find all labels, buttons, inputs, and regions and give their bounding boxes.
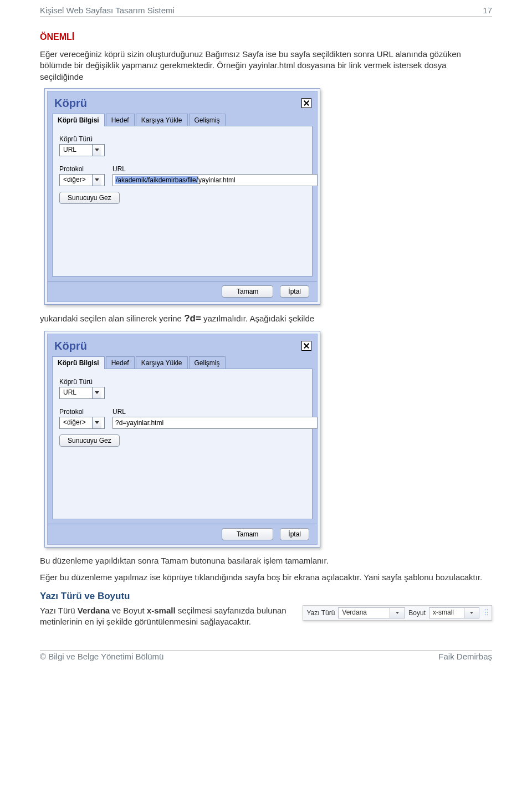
tab-kopru-bilgisi[interactable]: Köprü Bilgisi <box>52 114 105 126</box>
chevron-down-icon[interactable] <box>390 608 405 618</box>
chevron-down-icon[interactable] <box>464 608 479 618</box>
page-footer: © Bilgi ve Belge Yönetimi Bölümü Faik De… <box>40 650 492 661</box>
tab-hedef[interactable]: Hedef <box>106 114 135 126</box>
font-value: Verdana <box>339 608 390 618</box>
mid-text-post: yazılmalıdır. Aşağıdaki şekilde <box>203 314 314 323</box>
browse-server-button[interactable]: Sunucuyu Gez <box>59 434 120 447</box>
kopru-turu-label: Köprü Türü <box>59 378 305 386</box>
hyperlink-dialog-1: Köprü Köprü Bilgisi Hedef Karşıya Yükle … <box>44 88 320 305</box>
kopru-turu-label: Köprü Türü <box>59 135 305 143</box>
url-input[interactable]: ?d=yayinlar.html <box>112 417 318 429</box>
drag-handle-icon <box>485 608 488 617</box>
page-number: 17 <box>483 6 492 15</box>
kopru-turu-select[interactable]: URL <box>59 387 105 399</box>
protokol-select[interactable]: <diğer> <box>59 174 105 186</box>
font-xsmall: x-small <box>147 606 176 615</box>
protokol-label: Protokol <box>59 165 105 173</box>
close-icon[interactable] <box>301 98 311 108</box>
kopru-turu-value: URL <box>60 387 92 398</box>
size-label: Boyut <box>408 609 426 617</box>
footer-left: © Bilgi ve Belge Yönetimi Bölümü <box>40 652 163 661</box>
protokol-label: Protokol <box>59 408 105 416</box>
chevron-down-icon[interactable] <box>92 417 101 428</box>
tab-gelismis[interactable]: Gelişmiş <box>189 114 226 126</box>
protokol-value: <diğer> <box>60 417 92 428</box>
browse-server-button[interactable]: Sunucuyu Gez <box>59 192 120 204</box>
font-para-mid: ve Boyut <box>110 606 147 615</box>
warning-paragraph: Eğer bu düzenleme yapılmaz ise köprüye t… <box>40 572 492 583</box>
ok-button[interactable]: Tamam <box>222 285 273 298</box>
footer-right: Faik Demirbaş <box>438 652 492 661</box>
dialog-title-text: Köprü <box>54 97 87 110</box>
after-dialog2-paragraph: Bu düzenleme yapıldıktan sonra Tamam but… <box>40 555 492 566</box>
header-title: Kişisel Web Sayfası Tasarım Sistemi <box>40 6 175 15</box>
dialog-title-text: Köprü <box>54 340 87 352</box>
font-label: Yazı Türü <box>306 609 335 617</box>
tab-gelismis[interactable]: Gelişmiş <box>189 356 226 369</box>
url-rest: yayinlar.html <box>198 176 236 184</box>
font-section-paragraph: Yazı Türü Verdana ve Boyut x-small seçil… <box>40 605 294 628</box>
cancel-button[interactable]: İptal <box>280 285 309 298</box>
url-label: URL <box>112 165 318 173</box>
protokol-select[interactable]: <diğer> <box>59 417 105 429</box>
hyperlink-dialog-2: Köprü Köprü Bilgisi Hedef Karşıya Yükle … <box>44 331 320 548</box>
page-header: Kişisel Web Sayfası Tasarım Sistemi 17 <box>40 6 492 17</box>
dialog-tabs: Köprü Bilgisi Hedef Karşıya Yükle Gelişm… <box>48 113 317 126</box>
url-label: URL <box>112 408 318 416</box>
tab-hedef[interactable]: Hedef <box>106 356 135 369</box>
tab-kopru-bilgisi[interactable]: Köprü Bilgisi <box>52 356 105 369</box>
font-toolbar-screenshot: Yazı Türü Verdana Boyut x-small <box>303 605 492 621</box>
url-input[interactable]: /akademik/faikdemirbas/file/yayinlar.htm… <box>112 174 318 186</box>
kopru-turu-value: URL <box>60 145 92 156</box>
ok-button[interactable]: Tamam <box>222 528 273 540</box>
kopru-turu-select[interactable]: URL <box>59 144 105 156</box>
mid-paragraph: yukarıdaki seçilen alan silinerek yerine… <box>40 313 492 325</box>
url-selected-part: /akademik/faikdemirbas/file/ <box>115 176 198 184</box>
protokol-value: <diğer> <box>60 175 92 186</box>
font-para-pre: Yazı Türü <box>40 606 78 615</box>
chevron-down-icon[interactable] <box>92 175 101 186</box>
intro-paragraph: Eğer vereceğiniz köprü sizin oluşturduğu… <box>40 49 492 83</box>
chevron-down-icon[interactable] <box>92 145 101 156</box>
url-value: ?d=yayinlar.html <box>115 419 163 427</box>
font-select[interactable]: Verdana <box>338 607 405 618</box>
dialog-tabs: Köprü Bilgisi Hedef Karşıya Yükle Gelişm… <box>48 356 317 369</box>
close-icon[interactable] <box>301 341 311 351</box>
cancel-button[interactable]: İptal <box>280 528 309 540</box>
font-section-heading: Yazı Türü ve Boyutu <box>40 591 492 602</box>
mid-code: ?d= <box>184 313 201 324</box>
size-value: x-small <box>429 608 464 618</box>
chevron-down-icon[interactable] <box>92 387 101 398</box>
size-select[interactable]: x-small <box>429 607 479 618</box>
font-verdana: Verdana <box>78 606 110 615</box>
tab-karsiya-yukle[interactable]: Karşıya Yükle <box>136 114 188 126</box>
tab-karsiya-yukle[interactable]: Karşıya Yükle <box>136 356 188 369</box>
important-heading: ÖNEMLİ <box>40 32 492 42</box>
mid-text-pre: yukarıdaki seçilen alan silinerek yerine <box>40 314 184 323</box>
